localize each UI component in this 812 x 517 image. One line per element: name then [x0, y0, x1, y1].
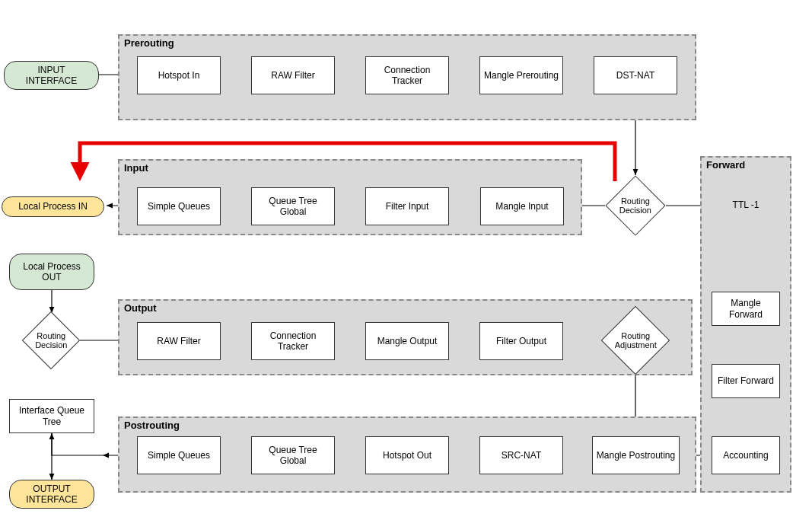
local-out-label: Local Process OUT: [13, 261, 91, 283]
raw-filter-pre: RAW Filter: [251, 56, 335, 94]
hotspot-in: Hotspot In: [137, 56, 221, 94]
local-in-label: Local Process IN: [18, 201, 88, 212]
input-interface-label: INPUT INTERFACE: [26, 65, 77, 87]
accounting: Accounting: [712, 436, 780, 474]
routing-decision: Routing Decision: [605, 175, 665, 235]
mangle-post: Mangle Postrouting: [592, 436, 680, 474]
filter-forward: Filter Forward: [712, 364, 780, 398]
label-forward: Forward: [706, 159, 745, 171]
interface-queue-tree: Interface Queue Tree: [9, 399, 94, 433]
filter-out: Filter Output: [479, 322, 563, 360]
mangle-input: Mangle Input: [480, 187, 564, 225]
label-prerouting: Prerouting: [124, 37, 174, 49]
simple-queues-in: Simple Queues: [137, 187, 221, 225]
qtree-global-post: Queue Tree Global: [251, 436, 335, 474]
conn-tracker-out: Connection Tracker: [251, 322, 335, 360]
qtree-global-in: Queue Tree Global: [251, 187, 335, 225]
ttl-label: TTL -1: [733, 199, 759, 210]
local-process-in: Local Process IN: [2, 196, 104, 217]
dst-nat: DST-NAT: [594, 56, 677, 94]
routing-adjust-label: Routing Adjustment: [603, 331, 669, 349]
raw-filter-out: RAW Filter: [137, 322, 221, 360]
mangle-pre: Mangle Prerouting: [479, 56, 563, 94]
input-interface: INPUT INTERFACE: [4, 61, 99, 90]
filter-input: Filter Input: [365, 187, 449, 225]
label-input: Input: [124, 162, 148, 174]
routing-decision-2: Routing Decision: [22, 311, 80, 369]
conn-tracker-pre: Connection Tracker: [365, 56, 449, 94]
mangle-out: Mangle Output: [365, 322, 449, 360]
simple-queues-post: Simple Queues: [137, 436, 221, 474]
mangle-forward: Mangle Forward: [712, 292, 780, 326]
output-if-label: OUTPUT INTERFACE: [13, 483, 91, 506]
label-postrouting: Postrouting: [124, 420, 180, 431]
hotspot-out: Hotspot Out: [365, 436, 449, 474]
ttl-label-box: TTL -1: [712, 190, 780, 219]
local-process-out: Local Process OUT: [9, 254, 94, 290]
output-interface: OUTPUT INTERFACE: [9, 480, 94, 509]
src-nat: SRC-NAT: [479, 436, 563, 474]
label-output: Output: [124, 302, 157, 314]
routing-decision2-label: Routing Decision: [24, 331, 79, 349]
routing-decision-label: Routing Decision: [607, 196, 664, 215]
